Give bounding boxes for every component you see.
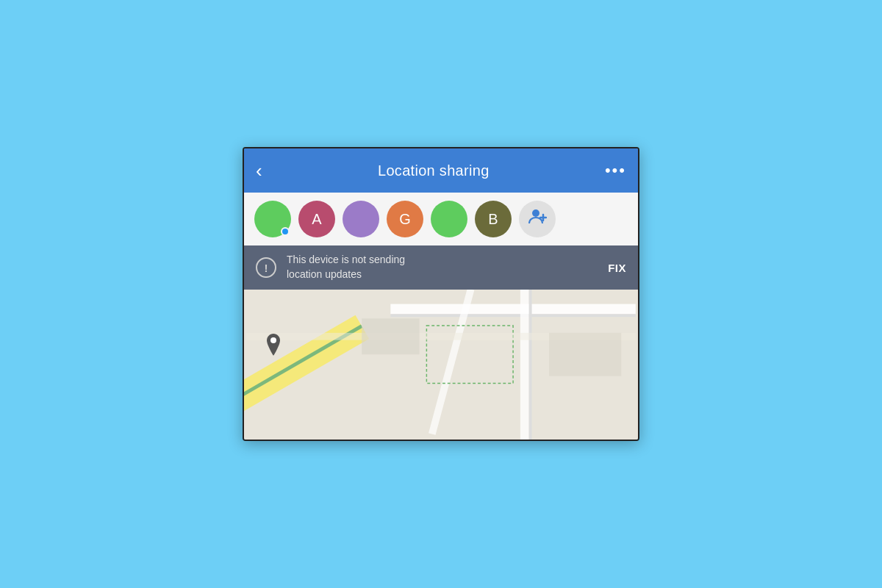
add-person-icon xyxy=(528,209,547,229)
warning-banner: ! This device is not sending location up… xyxy=(244,245,638,290)
avatar-b-label: B xyxy=(488,211,498,228)
avatar-purple[interactable] xyxy=(343,201,379,237)
avatar-a-label: A xyxy=(312,211,321,228)
avatar-self[interactable] xyxy=(254,201,291,237)
map-svg xyxy=(244,290,638,440)
map-area[interactable] xyxy=(244,290,638,440)
warning-text: This device is not sending location upda… xyxy=(287,253,599,282)
svg-rect-10 xyxy=(529,290,532,440)
svg-rect-8 xyxy=(390,314,635,317)
phone-frame: ‹ Location sharing ••• A G B xyxy=(243,147,639,441)
svg-rect-9 xyxy=(520,290,529,440)
add-person-button[interactable] xyxy=(519,201,556,237)
avatar-green2[interactable] xyxy=(431,201,467,237)
header: ‹ Location sharing ••• xyxy=(244,148,638,193)
svg-rect-7 xyxy=(390,304,635,315)
avatar-b[interactable]: B xyxy=(475,201,512,237)
svg-point-0 xyxy=(532,209,539,217)
fix-button[interactable]: FIX xyxy=(608,262,626,274)
more-options-button[interactable]: ••• xyxy=(605,161,626,180)
map-location-pin xyxy=(265,334,282,360)
online-indicator xyxy=(281,227,290,236)
avatar-g-label: G xyxy=(399,211,411,228)
avatar-g[interactable]: G xyxy=(387,201,423,237)
avatar-a[interactable]: A xyxy=(298,201,335,237)
page-title: Location sharing xyxy=(378,162,490,179)
svg-point-16 xyxy=(270,337,276,343)
svg-rect-14 xyxy=(362,318,419,354)
back-button[interactable]: ‹ xyxy=(256,159,262,182)
contacts-row: A G B xyxy=(244,193,638,245)
svg-rect-15 xyxy=(549,333,621,376)
warning-icon: ! xyxy=(256,257,276,278)
